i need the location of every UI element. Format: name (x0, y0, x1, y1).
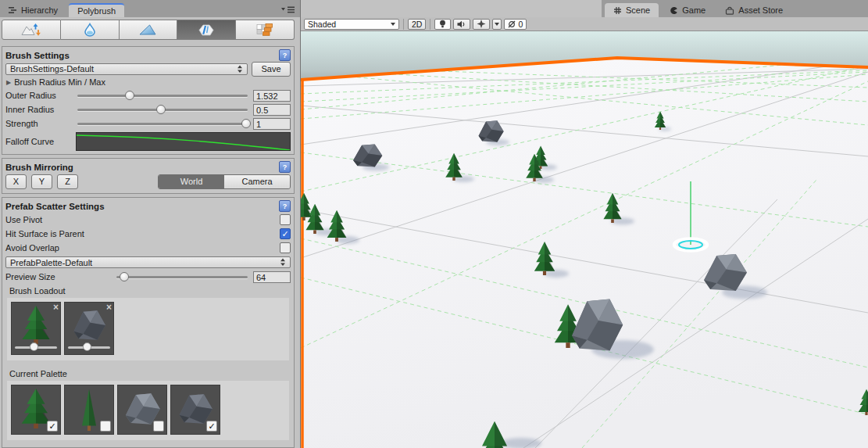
pine-tree-thumbnail (19, 305, 53, 344)
polybrush-panel: Hierarchy Polybrush (0, 0, 301, 448)
dropdown-arrows-icon (280, 258, 286, 267)
outer-radius-value[interactable]: 1.532 (253, 90, 291, 102)
prefab-scatter-title: Prefab Scatter Settings (5, 202, 105, 211)
brush-radius-foldout[interactable]: ▶ Brush Radius Min / Max (5, 76, 291, 88)
avoid-overlap-row: Avoid Overlap (5, 241, 291, 255)
prefab-palette-value: PrefabPalette-Default (10, 258, 280, 267)
mirror-z-button[interactable]: Z (57, 174, 78, 189)
mirror-space-world[interactable]: World (159, 175, 224, 188)
loadout-item-pine-tree[interactable]: × (11, 302, 61, 355)
use-pivot-checkbox[interactable] (280, 214, 291, 225)
mirror-x-button[interactable]: X (5, 174, 27, 189)
remove-loadout-item-button[interactable]: × (106, 303, 112, 312)
brush-settings-preset-dropdown[interactable]: BrushSettings-Default (5, 63, 248, 75)
tab-polybrush-label: Polybrush (77, 6, 116, 16)
falloff-curve-field[interactable] (76, 132, 291, 151)
help-icon[interactable]: ? (279, 49, 291, 61)
unity-editor-window: Hierarchy Polybrush (0, 0, 868, 448)
brush-mirroring-section: Brush Mirroring ? X Y Z World Camera (2, 158, 295, 194)
avoid-overlap-checkbox[interactable] (280, 242, 291, 253)
palette-item-rock-2[interactable]: ✓ (170, 385, 220, 435)
scene-lighting-button[interactable] (434, 19, 451, 30)
palette-item-checkbox[interactable]: ✓ (47, 421, 58, 432)
ground-plane[interactable] (301, 58, 868, 448)
toggle-2d-button[interactable]: 2D (408, 19, 426, 30)
water-drop-icon (80, 23, 100, 37)
effects-star-icon (477, 20, 486, 28)
shading-mode-dropdown[interactable]: Shaded (304, 19, 399, 30)
mode-raise-lower-button[interactable] (2, 20, 61, 40)
prefab-palette-dropdown[interactable]: PrefabPalette-Default (5, 256, 291, 268)
scene-audio-button[interactable] (453, 19, 470, 30)
loadout-strength-slider[interactable] (68, 343, 110, 351)
gizmos-visibility-button[interactable]: 0 (504, 19, 527, 30)
palette-item-pine-tree[interactable]: ✓ (11, 385, 61, 435)
strength-label: Strength (5, 119, 76, 128)
help-icon[interactable]: ? (279, 200, 291, 212)
game-pacman-icon (670, 6, 678, 15)
palette-item-checkbox[interactable] (100, 421, 111, 432)
mode-paint-button[interactable] (120, 20, 178, 40)
palette-item-conical-tree[interactable] (64, 385, 114, 435)
mountain-raise-lower-icon (21, 23, 41, 37)
brush-settings-section: Brush Settings ? BrushSettings-Default S… (2, 46, 295, 155)
outer-radius-slider[interactable] (76, 90, 249, 101)
mirror-y-button[interactable]: Y (31, 174, 52, 189)
loadout-strength-slider[interactable] (15, 343, 57, 351)
pane-menu-icon[interactable] (281, 5, 295, 15)
scene-panel: Scene Game Asset Store Shaded (301, 0, 868, 448)
current-palette-label: Current Palette (5, 367, 291, 380)
current-palette-tray: ✓ ✓ (7, 381, 289, 440)
strength-slider[interactable] (76, 118, 249, 129)
brush-loadout-label: Brush Loadout (5, 284, 291, 297)
lightbulb-icon (438, 20, 447, 28)
texture-bricks-icon (255, 23, 275, 37)
dropdown-arrows-icon (237, 65, 243, 73)
outer-radius-row: Outer Radius 1.532 (5, 88, 291, 102)
tab-scene-label: Scene (626, 5, 650, 15)
inner-radius-slider[interactable] (76, 104, 249, 115)
remove-loadout-item-button[interactable]: × (53, 303, 59, 312)
gizmos-count: 0 (518, 20, 523, 29)
help-icon[interactable]: ? (279, 161, 291, 173)
mode-smooth-button[interactable] (61, 20, 120, 40)
chevron-down-icon (391, 23, 395, 26)
falloff-curve-label: Falloff Curve (5, 137, 76, 146)
mirror-space-camera[interactable]: Camera (224, 175, 290, 188)
brush-mode-toolbar (2, 20, 295, 40)
rock-scatter-icon (196, 23, 216, 37)
chevron-down-icon (495, 23, 499, 26)
palette-item-rock[interactable] (117, 385, 167, 435)
use-pivot-label: Use Pivot (5, 215, 42, 224)
mode-texture-button[interactable] (236, 20, 295, 40)
inner-radius-value[interactable]: 0.5 (253, 104, 291, 116)
scene-viewport[interactable] (301, 31, 868, 448)
brush-loadout-tray: × × (7, 298, 289, 360)
strength-value[interactable]: 1 (253, 118, 291, 130)
palette-item-checkbox[interactable]: ✓ (206, 421, 217, 432)
effects-dropdown-button[interactable] (492, 19, 502, 30)
hit-surface-checkbox[interactable]: ✓ (280, 228, 291, 239)
preview-size-slider[interactable] (115, 271, 249, 282)
tab-hierarchy[interactable]: Hierarchy (0, 3, 66, 17)
hierarchy-list-icon (9, 6, 17, 14)
mode-scatter-button[interactable] (177, 20, 236, 40)
preset-dropdown-value: BrushSettings-Default (10, 64, 237, 73)
preview-size-value[interactable]: 64 (253, 271, 291, 283)
tab-game[interactable]: Game (661, 3, 714, 17)
palette-item-checkbox[interactable] (153, 421, 164, 432)
asset-store-bag-icon (725, 6, 734, 15)
scene-effects-button[interactable] (473, 19, 490, 30)
scene-tab-bar: Scene Game Asset Store (602, 0, 868, 17)
save-button[interactable]: Save (252, 62, 291, 77)
tab-game-label: Game (682, 5, 705, 15)
tab-scene[interactable]: Scene (605, 3, 659, 17)
loadout-item-rock[interactable]: × (64, 302, 114, 355)
tab-polybrush[interactable]: Polybrush (69, 3, 124, 17)
tab-asset-store[interactable]: Asset Store (716, 3, 791, 17)
preview-size-label: Preview Size (5, 272, 115, 281)
inner-radius-row: Inner Radius 0.5 (5, 102, 291, 116)
strength-row: Strength 1 (5, 116, 291, 131)
foldout-arrow-icon: ▶ (6, 79, 11, 86)
avoid-overlap-label: Avoid Overlap (5, 243, 59, 253)
